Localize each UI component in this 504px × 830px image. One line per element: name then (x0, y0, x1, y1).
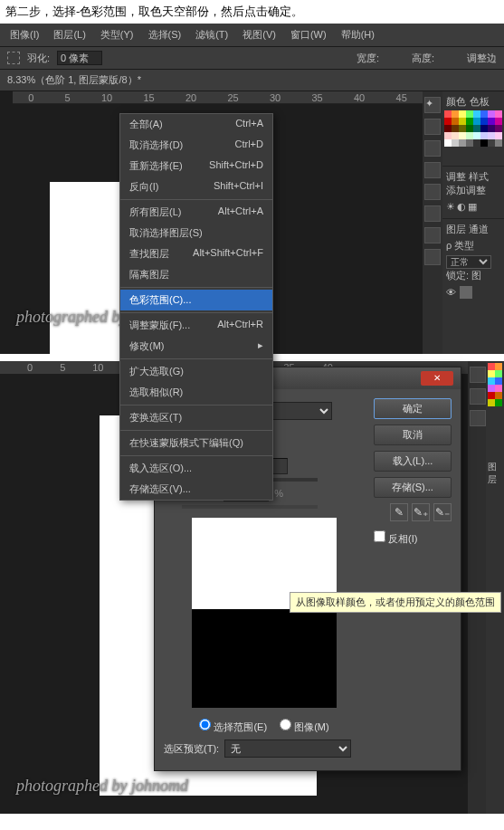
tab-styles[interactable]: 样式 (469, 171, 489, 182)
swatch[interactable] (452, 110, 459, 118)
panel-icon[interactable] (424, 227, 441, 243)
swatch[interactable] (488, 132, 495, 139)
selection-preview[interactable] (192, 518, 337, 708)
close-button[interactable]: ✕ (421, 371, 453, 386)
eyedropper-sub-icon[interactable]: ✎₋ (433, 503, 452, 521)
swatch[interactable] (459, 110, 466, 118)
menu-type[interactable]: 类型(Y) (94, 26, 140, 43)
swatch[interactable] (444, 110, 452, 118)
menu-layer[interactable]: 图层(L) (47, 26, 91, 43)
swatch[interactable] (466, 110, 473, 118)
menu-item-refine[interactable]: 调整蒙版(F)...Alt+Ctrl+R (120, 315, 272, 336)
tab-channels[interactable]: 通道 (469, 224, 489, 234)
menu-view[interactable]: 视图(V) (236, 26, 282, 43)
swatch[interactable] (488, 139, 495, 147)
layer-thumb[interactable] (460, 286, 472, 299)
menu-item-reselect[interactable]: 重新选择(E)Shift+Ctrl+D (120, 156, 272, 176)
menu-item-transform[interactable]: 变换选区(T) (120, 407, 272, 428)
preview-select[interactable]: 无 (224, 739, 351, 758)
menu-window[interactable]: 窗口(W) (284, 26, 333, 43)
eyedropper-add-icon[interactable]: ✎₊ (412, 503, 430, 521)
tab-layers-small[interactable]: 图层 (488, 461, 502, 486)
swatch[interactable] (480, 132, 488, 139)
panel-icon[interactable]: ✦ (424, 97, 441, 113)
swatch[interactable] (459, 125, 466, 132)
swatch[interactable] (444, 125, 452, 132)
type-filter[interactable]: ρ 类型 (446, 240, 474, 251)
menu-item-similar[interactable]: 选取相似(R) (120, 382, 272, 403)
swatch[interactable] (444, 118, 452, 125)
adjust-edge[interactable]: 调整边 (467, 52, 497, 65)
swatch[interactable] (480, 110, 488, 118)
swatch[interactable] (473, 132, 480, 139)
menu-item-color-range[interactable]: 色彩范围(C)... (120, 290, 272, 310)
menu-image[interactable]: 图像(I) (4, 26, 45, 43)
load-button[interactable]: 载入(L)... (374, 451, 452, 472)
menu-item-load[interactable]: 载入选区(O)... (120, 458, 272, 479)
panel-icon[interactable] (424, 205, 441, 222)
swatch[interactable] (444, 139, 452, 147)
menu-item-grow[interactable]: 扩大选取(G) (120, 361, 272, 382)
swatch[interactable] (473, 110, 480, 118)
cancel-button[interactable]: 取消 (374, 425, 452, 445)
ok-button[interactable]: 确定 (374, 398, 452, 419)
swatch[interactable] (466, 132, 473, 139)
swatch[interactable] (488, 125, 495, 132)
swatch[interactable] (452, 139, 459, 147)
swatch[interactable] (459, 139, 466, 147)
swatch[interactable] (452, 125, 459, 132)
swatch[interactable] (473, 125, 480, 132)
feather-input[interactable] (57, 51, 102, 65)
save-button[interactable]: 存储(S)... (374, 477, 452, 498)
swatch[interactable] (480, 125, 488, 132)
swatch[interactable] (495, 139, 502, 147)
swatch[interactable] (495, 110, 502, 118)
swatch[interactable] (495, 118, 502, 125)
invert-checkbox[interactable]: 反相(I) (374, 530, 452, 546)
menu-item-all-layers[interactable]: 所有图层(L)Alt+Ctrl+A (120, 202, 272, 223)
panel-icon[interactable] (424, 119, 441, 135)
blend-mode-select[interactable]: 正常 (446, 255, 491, 269)
menu-select[interactable]: 选择(S) (142, 26, 188, 43)
swatch[interactable] (466, 125, 473, 132)
swatch[interactable] (459, 132, 466, 139)
swatch[interactable] (466, 118, 473, 125)
menu-item-quickmask[interactable]: 在快速蒙版模式下编辑(Q) (120, 433, 272, 453)
swatch[interactable] (473, 139, 480, 147)
swatch[interactable] (488, 110, 495, 118)
panel-icon[interactable] (424, 184, 441, 200)
swatch[interactable] (495, 132, 502, 139)
swatch[interactable] (452, 118, 459, 125)
swatch[interactable] (473, 118, 480, 125)
tab-adjust[interactable]: 调整 (446, 171, 466, 182)
menu-item-inverse[interactable]: 反向(I)Shift+Ctrl+I (120, 176, 272, 197)
swatch[interactable] (480, 139, 488, 147)
panel-icon[interactable] (424, 162, 441, 178)
menu-item-modify[interactable]: 修改(M)▸ (120, 336, 272, 357)
eyedropper-icon[interactable]: ✎ (390, 503, 408, 521)
panel-icon[interactable] (470, 410, 486, 426)
swatch[interactable] (488, 118, 495, 125)
radio-selection[interactable]: 选择范围(E) (199, 719, 267, 734)
menu-help[interactable]: 帮助(H) (335, 26, 381, 43)
menu-item-find-layers[interactable]: 查找图层Alt+Shift+Ctrl+F (120, 243, 272, 264)
swatch[interactable] (444, 132, 452, 139)
tab-swatches[interactable]: 色板 (470, 95, 490, 109)
panel-icon[interactable] (424, 249, 441, 265)
panel-icon[interactable] (470, 388, 486, 405)
swatch[interactable] (459, 118, 466, 125)
panel-icon[interactable] (470, 367, 486, 383)
tab-color[interactable]: 颜色 (446, 95, 466, 109)
swatch[interactable] (466, 139, 473, 147)
menu-item-save[interactable]: 存储选区(V)... (120, 479, 272, 500)
panel-icon[interactable] (424, 140, 441, 157)
menu-item-all[interactable]: 全部(A)Ctrl+A (120, 114, 272, 135)
menu-item-isolate[interactable]: 隔离图层 (120, 264, 272, 285)
radio-image[interactable]: 图像(M) (280, 719, 329, 734)
swatch[interactable] (495, 125, 502, 132)
document-tab[interactable]: 8.33%（色阶 1, 图层蒙版/8）* (0, 70, 504, 91)
tab-layers[interactable]: 图层 (446, 224, 466, 234)
eye-icon[interactable]: 👁 (446, 287, 456, 298)
swatch[interactable] (480, 118, 488, 125)
swatch-grid[interactable] (444, 110, 502, 147)
